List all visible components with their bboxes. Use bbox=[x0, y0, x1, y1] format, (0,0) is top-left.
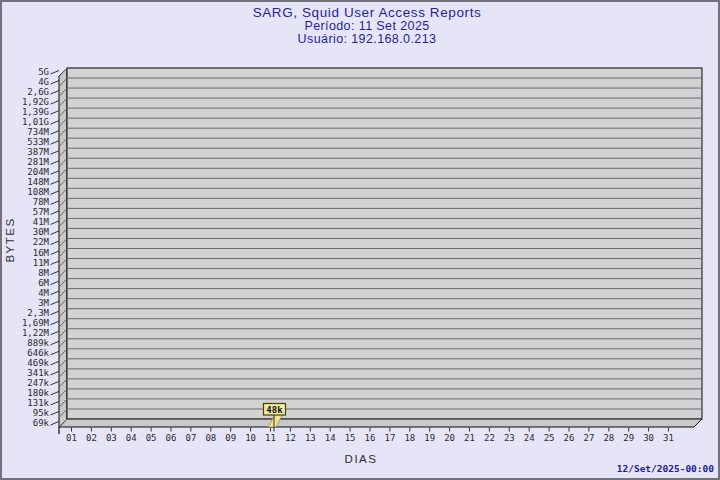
y-tick bbox=[51, 261, 60, 265]
y-axis-ticks bbox=[51, 71, 60, 426]
x-axis-title: DIAS bbox=[345, 453, 378, 465]
y-tick bbox=[51, 422, 60, 426]
x-axis-labels: 0102030405060708091011121314151617181920… bbox=[66, 433, 674, 443]
chart-title: SARG, Squid User Access Reports bbox=[253, 5, 482, 20]
y-tick bbox=[51, 171, 60, 175]
y-tick bbox=[51, 121, 60, 125]
y-tick bbox=[51, 101, 60, 105]
x-tick-label: 22 bbox=[484, 433, 495, 443]
bar-value-label: 48k bbox=[266, 405, 283, 415]
y-tick-label: 148M bbox=[27, 177, 49, 187]
y-tick-label: 4M bbox=[38, 288, 49, 298]
y-tick bbox=[51, 381, 60, 385]
x-tick-label: 07 bbox=[185, 433, 196, 443]
x-tick-label: 18 bbox=[404, 433, 415, 443]
chart-subtitle-user: Usuário: 192.168.0.213 bbox=[298, 32, 437, 46]
chart-floor bbox=[59, 419, 702, 427]
sarg-report-page: SARG, Squid User Access Reports Período:… bbox=[0, 0, 720, 480]
y-tick bbox=[51, 411, 60, 415]
x-tick-label: 17 bbox=[384, 433, 395, 443]
x-tick-label: 02 bbox=[86, 433, 97, 443]
x-tick-label: 10 bbox=[245, 433, 256, 443]
y-tick-label: 95k bbox=[33, 408, 50, 418]
y-tick-label: 1,69M bbox=[22, 318, 50, 328]
y-tick-label: 2,6G bbox=[27, 87, 49, 97]
y-axis-title: BYTES bbox=[4, 217, 16, 262]
x-tick-label: 26 bbox=[564, 433, 575, 443]
y-tick bbox=[51, 81, 60, 85]
y-tick bbox=[51, 351, 60, 355]
y-tick-label: 8M bbox=[38, 268, 49, 278]
x-tick-label: 27 bbox=[583, 433, 594, 443]
chart-subtitle-period: Período: 11 Set 2025 bbox=[304, 19, 429, 33]
y-tick-label: 11M bbox=[33, 258, 50, 268]
y-tick-label: 4G bbox=[38, 77, 49, 87]
y-tick bbox=[51, 221, 60, 225]
x-tick-label: 31 bbox=[663, 433, 674, 443]
x-tick-label: 24 bbox=[524, 433, 535, 443]
x-tick-label: 04 bbox=[126, 433, 137, 443]
y-tick-label: 2,3M bbox=[27, 308, 49, 318]
y-tick-label: 6M bbox=[38, 278, 49, 288]
y-tick bbox=[51, 191, 60, 195]
x-tick-label: 21 bbox=[464, 433, 475, 443]
y-tick bbox=[51, 91, 60, 95]
y-tick bbox=[51, 341, 60, 345]
y-tick bbox=[51, 141, 60, 145]
y-tick-label: 131k bbox=[27, 398, 49, 408]
y-tick bbox=[51, 241, 60, 245]
y-tick-label: 69k bbox=[33, 418, 50, 428]
x-axis-ticks bbox=[72, 428, 669, 432]
x-tick-label: 06 bbox=[166, 433, 177, 443]
y-tick bbox=[51, 321, 60, 325]
y-tick bbox=[51, 251, 60, 255]
y-tick-label: 41M bbox=[33, 217, 50, 227]
y-tick bbox=[51, 211, 60, 215]
y-tick-label: 57M bbox=[33, 207, 50, 217]
y-tick bbox=[51, 181, 60, 185]
y-tick-label: 387M bbox=[27, 147, 49, 157]
y-tick bbox=[51, 301, 60, 305]
x-tick-label: 08 bbox=[205, 433, 216, 443]
y-tick-label: 3M bbox=[38, 298, 49, 308]
y-tick-label: 1,01G bbox=[22, 117, 49, 127]
x-tick-label: 14 bbox=[325, 433, 336, 443]
x-tick-label: 16 bbox=[365, 433, 376, 443]
x-tick-label: 28 bbox=[603, 433, 614, 443]
y-tick-label: 180k bbox=[27, 388, 49, 398]
y-tick-label: 533M bbox=[27, 137, 49, 147]
y-tick-label: 341k bbox=[27, 368, 49, 378]
x-tick-label: 25 bbox=[544, 433, 555, 443]
x-tick-label: 19 bbox=[424, 433, 435, 443]
y-tick-label: 204M bbox=[27, 167, 49, 177]
y-tick bbox=[51, 331, 60, 335]
y-tick bbox=[51, 271, 60, 275]
x-tick-label: 15 bbox=[345, 433, 356, 443]
x-tick-label: 13 bbox=[305, 433, 316, 443]
y-tick-label: 469k bbox=[27, 358, 49, 368]
x-tick-label: 09 bbox=[225, 433, 236, 443]
y-tick bbox=[51, 371, 60, 375]
y-tick-label: 5G bbox=[38, 67, 49, 77]
y-tick-label: 108M bbox=[27, 187, 49, 197]
y-tick bbox=[51, 71, 60, 75]
report-timestamp: 12/Set/2025-00:00 bbox=[617, 463, 715, 474]
x-tick-label: 30 bbox=[643, 433, 654, 443]
y-tick-label: 646k bbox=[27, 348, 49, 358]
x-tick-label: 20 bbox=[444, 433, 455, 443]
y-tick bbox=[51, 161, 60, 165]
plot-area bbox=[67, 68, 702, 419]
y-tick-label: 734M bbox=[27, 127, 49, 137]
y-tick-label: 281M bbox=[27, 157, 49, 167]
y-tick bbox=[51, 151, 60, 155]
y-tick-label: 889k bbox=[27, 338, 49, 348]
x-tick-label: 05 bbox=[146, 433, 157, 443]
y-tick bbox=[51, 291, 60, 295]
y-tick bbox=[51, 201, 60, 205]
y-tick-label: 1,92G bbox=[22, 97, 49, 107]
y-tick-label: 247k bbox=[27, 378, 49, 388]
y-tick-label: 30M bbox=[33, 227, 50, 237]
y-tick bbox=[51, 361, 60, 365]
y-tick-label: 78M bbox=[33, 197, 50, 207]
report-chart: SARG, Squid User Access Reports Período:… bbox=[2, 2, 720, 480]
